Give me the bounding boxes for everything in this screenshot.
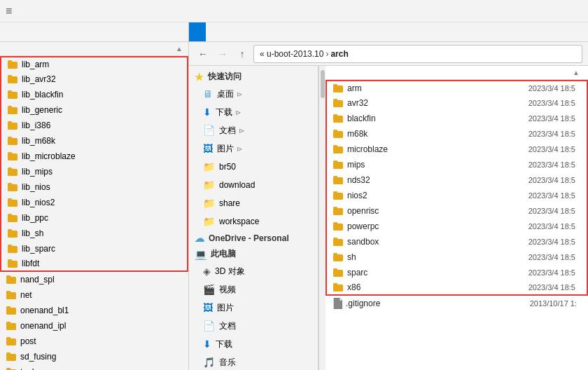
nav-item-label: br50 [219,162,236,172]
left-item-label: lib_nios [22,182,50,192]
nav-item-音乐[interactable]: 🎵 音乐 [189,353,318,370]
left-item-lib_arm[interactable]: lib_arm [0,56,188,71]
nav-item-icon: 📁 [203,198,215,209]
sort-icon[interactable]: ▲ [176,45,183,53]
address-path[interactable]: « u-boot-2013.10 › arch [253,45,582,63]
nav-item-label: 下载 [216,338,232,350]
right-item-label: microblaze [347,144,490,154]
left-item-onenand_ipl[interactable]: onenand_ipl [0,318,188,334]
right-item-microblaze[interactable]: microblaze 2023/3/4 18:5 [326,142,588,157]
nav-header-9[interactable]: ☁ OneDrive - Personal [189,231,318,246]
nav-item-视频[interactable]: 🎬 视频 [189,280,318,299]
left-item-label: lib_blackfin [22,90,63,100]
left-item-label: lib_avr32 [22,74,56,84]
nav-item-下载[interactable]: ⬇ 下载 [189,335,318,353]
right-item-avr32[interactable]: avr32 2023/3/4 18:5 [326,95,588,111]
nav-header-icon: 💻 [195,249,206,260]
path-separator-1: › [326,49,328,59]
left-item-lib_generic[interactable]: lib_generic [0,102,188,118]
nav-item-下载[interactable]: ⬇ 下载 ⊳ [189,103,318,121]
right-item-mips[interactable]: mips 2023/3/4 18:5 [326,157,588,172]
menu-item-file[interactable] [189,22,206,41]
nav-item-br50[interactable]: 📁 br50 [189,158,318,176]
nav-item-label: 桌面 [217,88,234,100]
left-item-sd_fusing[interactable]: sd_fusing [0,349,188,364]
nav-item-workspace[interactable]: 📁 workspace [189,212,318,231]
nav-item-文档[interactable]: 📄 文档 ⊳ [189,121,318,139]
menu-item-view[interactable] [239,22,256,41]
right-item-label: nios2 [347,191,490,200]
right-item-label: m68k [347,129,490,139]
nav-item-icon: 🎵 [203,357,215,368]
nav-item-图片[interactable]: 🖼 图片 [189,299,318,317]
forward-button[interactable]: → [214,46,231,62]
left-item-lib_i386[interactable]: lib_i386 [0,118,188,133]
right-item-x86[interactable]: x86 2023/3/4 18:5 [326,280,588,296]
back-button[interactable]: ← [195,46,211,62]
left-item-lib_nios[interactable]: lib_nios [0,179,188,195]
left-item-lib_ppc[interactable]: lib_ppc [0,210,188,226]
nav-item-桌面[interactable]: 🖥 桌面 ⊳ [189,85,318,103]
menu-icon: ≡ [6,5,12,18]
right-item-label: x86 [347,282,490,292]
right-item-label: openrisc [347,206,490,216]
right-item-date: 2013/10/17 1: [491,299,582,308]
left-item-lib_blackfin[interactable]: lib_blackfin [0,87,188,102]
right-item-blackfin[interactable]: blackfin 2023/3/4 18:5 [326,111,588,126]
left-item-lib_sparc[interactable]: lib_sparc [0,241,188,256]
right-item-label: nds32 [347,175,490,185]
nav-item-label: 图片 [217,143,234,155]
nav-item-label: 3D 对象 [215,266,245,278]
middle-scrollbar[interactable] [318,66,326,370]
left-item-label: post [20,336,36,346]
nav-header-label: 快速访问 [208,71,241,83]
nav-header-label: OneDrive - Personal [209,233,289,243]
left-item-nand_spl[interactable]: nand_spl [0,272,188,287]
nav-item-3D 对象[interactable]: ◈ 3D 对象 [189,262,318,280]
right-item-nios2[interactable]: nios2 2023/3/4 18:5 [326,188,588,203]
left-item-net[interactable]: net [0,287,188,303]
nav-item-share[interactable]: 📁 share [189,194,318,212]
menu-bar [0,22,588,42]
right-item-openrisc[interactable]: openrisc 2023/3/4 18:5 [326,203,588,219]
right-item-sparc[interactable]: sparc 2023/3/4 18:5 [326,265,588,280]
menu-item-home[interactable] [206,22,223,41]
nav-item-label: download [219,180,255,190]
nav-header-10[interactable]: 💻 此电脑 [189,246,318,262]
menu-item-share[interactable] [223,22,239,41]
right-item-date: 2023/3/4 18:5 [490,114,581,123]
right-item-sandbox[interactable]: sandbox 2023/3/4 18:5 [326,234,588,249]
left-item-lib_sh[interactable]: lib_sh [0,226,188,241]
left-item-lib_microblaze[interactable]: lib_microblaze [0,149,188,164]
left-item-label: lib_m68k [22,136,55,146]
left-item-lib_m68k[interactable]: lib_m68k [0,133,188,149]
left-item-onenand_bl1[interactable]: onenand_bl1 [0,303,188,318]
left-item-label: lib_microblaze [22,151,76,161]
right-item-arm[interactable]: arm 2023/3/4 18:5 [326,80,588,95]
left-item-tools[interactable]: tools [0,364,188,370]
right-item-.gitignore[interactable]: .gitignore 2013/10/17 1: [326,296,588,311]
path-part-arch: arch [330,49,348,59]
right-item-powerpc[interactable]: powerpc 2023/3/4 18:5 [326,219,588,234]
left-item-label: lib_arm [22,60,49,69]
left-item-post[interactable]: post [0,334,188,349]
left-item-lib_avr32[interactable]: lib_avr32 [0,71,188,87]
nav-item-图片[interactable]: 🖼 图片 ⊳ [189,139,318,158]
up-button[interactable]: ↑ [234,46,251,62]
nav-item-download[interactable]: 📁 download [189,176,318,194]
right-item-nds32[interactable]: nds32 2023/3/4 18:5 [326,172,588,188]
nav-item-icon: 🖥 [203,88,213,100]
right-item-label: arm [347,83,490,93]
right-item-sh[interactable]: sh 2023/3/4 18:5 [326,249,588,265]
nav-header-0[interactable]: ★ 快速访问 [189,69,318,85]
left-item-lib_nios2[interactable]: lib_nios2 [0,195,188,210]
right-item-label: blackfin [347,114,490,123]
right-item-m68k[interactable]: m68k 2023/3/4 18:5 [326,126,588,142]
right-item-date: 2023/3/4 18:5 [490,238,581,246]
right-item-label: avr32 [347,98,490,108]
left-item-lib_mips[interactable]: lib_mips [0,164,188,179]
right-item-date: 2023/3/4 18:5 [490,222,581,231]
nav-item-文档[interactable]: 📄 文档 [189,317,318,335]
left-item-libfdt[interactable]: libfdt [0,256,188,272]
nav-item-label: 图片 [217,302,234,314]
